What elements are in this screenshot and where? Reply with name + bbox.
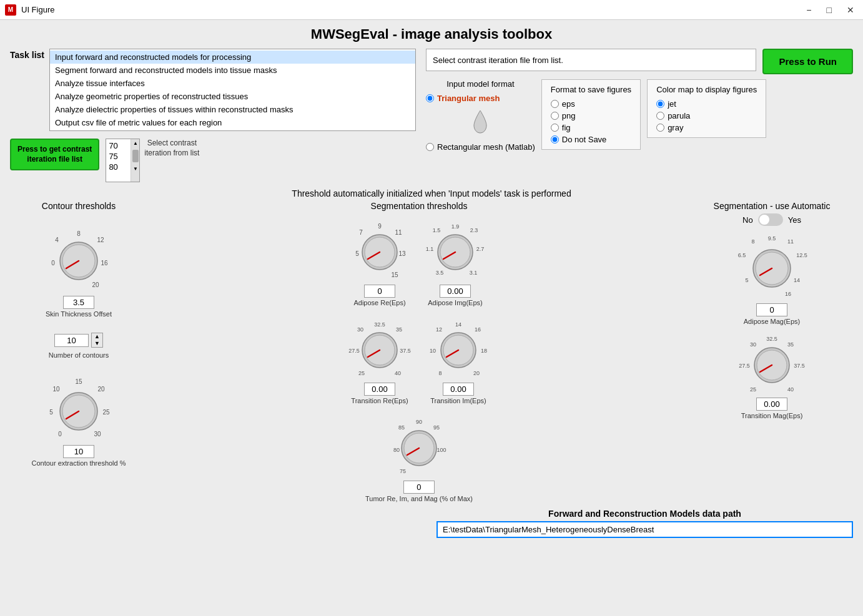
format-png[interactable]: png	[551, 111, 631, 120]
num-contours-up[interactable]: ▲	[92, 333, 102, 340]
svg-text:35: 35	[787, 341, 794, 348]
svg-text:30: 30	[357, 326, 363, 333]
transition-re-value[interactable]: 0.00	[364, 383, 395, 396]
svg-text:90: 90	[416, 419, 422, 425]
seg-auto-title: Segmentation - use Automatic	[714, 201, 831, 211]
svg-text:37.5: 37.5	[794, 363, 805, 369]
adipose-mag-knob[interactable]: 9.5 11 12.5 8 6.5 14 5 16	[734, 232, 809, 301]
svg-text:75: 75	[400, 468, 406, 474]
task-list-item[interactable]: Analyze dielectric properties of tissues…	[50, 103, 415, 116]
num-contours-row: 10 ▲ ▼	[54, 333, 103, 348]
svg-text:20: 20	[97, 386, 105, 393]
skin-thickness-knob-group: 8 12 4 16 0 20 3.5	[44, 225, 113, 318]
num-contours-stepper[interactable]: ▲ ▼	[91, 333, 103, 348]
adipose-re-value[interactable]: 0	[364, 285, 395, 298]
rectangular-mesh-label: Rectangular mesh (Matlab)	[437, 142, 535, 152]
task-list-item[interactable]: Analyze tissue interfaces	[50, 77, 415, 90]
triangular-mesh-label: Triangular mesh	[437, 94, 500, 103]
contour-extract-value[interactable]: 10	[63, 445, 94, 458]
num-contours-input[interactable]: 10	[54, 334, 89, 347]
format-do-not-save[interactable]: Do not Save	[551, 135, 631, 144]
input-model-rectangular[interactable]: Rectangular mesh (Matlab)	[426, 142, 535, 152]
svg-text:14: 14	[455, 321, 461, 328]
colormap-jet[interactable]: jet	[656, 99, 757, 109]
app-title: MWSegEval - image analysis toolbox	[10, 26, 853, 42]
task-list-item[interactable]: Segment forward and reconstructed models…	[50, 64, 415, 77]
svg-text:12: 12	[436, 326, 442, 333]
scroll-up-arrow[interactable]: ▲	[132, 139, 139, 147]
data-path-input[interactable]	[436, 521, 853, 538]
svg-text:12.5: 12.5	[796, 252, 807, 258]
svg-text:11: 11	[395, 229, 402, 236]
transition-img-value[interactable]: 0.00	[443, 383, 474, 396]
adipose-img-value[interactable]: 0.00	[440, 285, 471, 298]
task-list-item[interactable]: Analyze geometric properties of reconstr…	[50, 90, 415, 103]
task-list-item[interactable]: Input forward and reconstructed models f…	[50, 51, 415, 64]
svg-text:9: 9	[378, 223, 382, 230]
seg-auto-toggle[interactable]	[758, 213, 783, 226]
svg-text:25: 25	[102, 409, 110, 416]
skin-thickness-label: Skin Thickness Offset	[46, 310, 112, 318]
svg-text:1.5: 1.5	[433, 227, 441, 233]
select-contrast-box: Select contrast iteration file from list…	[426, 49, 756, 71]
svg-text:3.5: 3.5	[436, 270, 444, 276]
main-content: MWSegEval - image analysis toolbox Task …	[0, 20, 863, 616]
svg-text:25: 25	[750, 386, 756, 393]
svg-text:1.9: 1.9	[451, 223, 460, 230]
svg-text:0: 0	[58, 431, 62, 438]
tumor-label: Tumor Re, Im, and Mag (% of Max)	[365, 495, 473, 502]
transition-mag-label: Transition Mag(Eps)	[741, 412, 803, 419]
scroll-thumb[interactable]	[132, 150, 139, 162]
colormap-gray[interactable]: gray	[656, 123, 757, 132]
window-controls: − □ ✕	[802, 4, 858, 16]
transition-re-knob[interactable]: 32.5 35 30 37.5 27.5 40 25	[345, 318, 414, 380]
svg-text:8: 8	[77, 230, 81, 237]
format-fig[interactable]: fig	[551, 123, 631, 132]
skin-thickness-value[interactable]: 3.5	[63, 296, 94, 309]
colormap-title: Color map to display figures	[656, 85, 757, 94]
app-icon: M	[5, 4, 16, 16]
contrast-file-list-button[interactable]: Press to get contrastiteration file list	[10, 139, 99, 170]
task-list-item[interactable]: Output csv file of metric values for eac…	[50, 116, 415, 129]
transition-img-knob[interactable]: 14 16 12 18 10 20 8	[424, 318, 493, 380]
seg-row-1: 9 11 7 13 5 15 0	[348, 220, 490, 306]
task-list-box[interactable]: Input forward and reconstructed models f…	[49, 49, 416, 131]
colormap-parula[interactable]: parula	[656, 111, 757, 120]
num-contours-down[interactable]: ▼	[92, 340, 102, 347]
svg-text:30: 30	[94, 431, 101, 438]
adipose-img-knob[interactable]: 1.9 2.3 2.7 1.5 1.1 3.1 3.5	[421, 220, 490, 282]
tumor-group: 90 95 85 100 80 75 0	[365, 416, 473, 502]
tumor-knob[interactable]: 90 95 85 100 80 75	[388, 416, 450, 478]
svg-text:1.1: 1.1	[426, 246, 434, 252]
transition-mag-knob[interactable]: 32.5 35 30 37.5 27.5 40 25	[734, 333, 809, 395]
format-eps[interactable]: eps	[551, 99, 631, 109]
skin-thickness-knob[interactable]: 8 12 4 16 0 20	[44, 225, 113, 293]
adipose-img-group: 1.9 2.3 2.7 1.5 1.1 3.1 3.5	[421, 220, 490, 306]
adipose-mag-value[interactable]: 0	[756, 303, 787, 316]
svg-text:5: 5	[355, 250, 359, 257]
close-button[interactable]: ✕	[843, 4, 858, 16]
transition-mag-value[interactable]: 0.00	[756, 398, 787, 411]
knobs-section: Contour thresholds 8 12 4 16 0 20	[10, 201, 853, 502]
svg-text:12: 12	[97, 237, 104, 243]
adipose-re-knob[interactable]: 9 11 7 13 5 15	[348, 220, 411, 282]
contrast-list-box[interactable]: 70 75 80 ▲ ▼	[106, 139, 140, 182]
segmentation-thresholds-title: Segmentation thresholds	[371, 201, 468, 211]
contrast-scrollbar[interactable]: ▲ ▼	[131, 139, 139, 182]
minimize-button[interactable]: −	[802, 4, 815, 16]
svg-text:4: 4	[55, 237, 59, 243]
svg-text:13: 13	[398, 250, 406, 257]
svg-text:16: 16	[785, 291, 791, 297]
adipose-re-label: Adipose Re(Eps)	[353, 299, 405, 306]
contour-extract-knob[interactable]: 15 20 10 25 5 30 0	[41, 374, 116, 442]
svg-text:7: 7	[359, 229, 363, 236]
scroll-down-arrow[interactable]: ▼	[132, 165, 139, 173]
adipose-img-label: Adipose Img(Eps)	[428, 299, 482, 306]
press-to-run-button[interactable]: Press to Run	[762, 49, 853, 74]
svg-text:2.3: 2.3	[470, 227, 478, 233]
svg-text:18: 18	[481, 348, 487, 354]
maximize-button[interactable]: □	[823, 4, 836, 16]
tumor-value[interactable]: 0	[403, 481, 435, 494]
input-model-triangular[interactable]: Triangular mesh	[426, 94, 500, 103]
threshold-notice: Threshold automatically initialized when…	[10, 188, 853, 198]
